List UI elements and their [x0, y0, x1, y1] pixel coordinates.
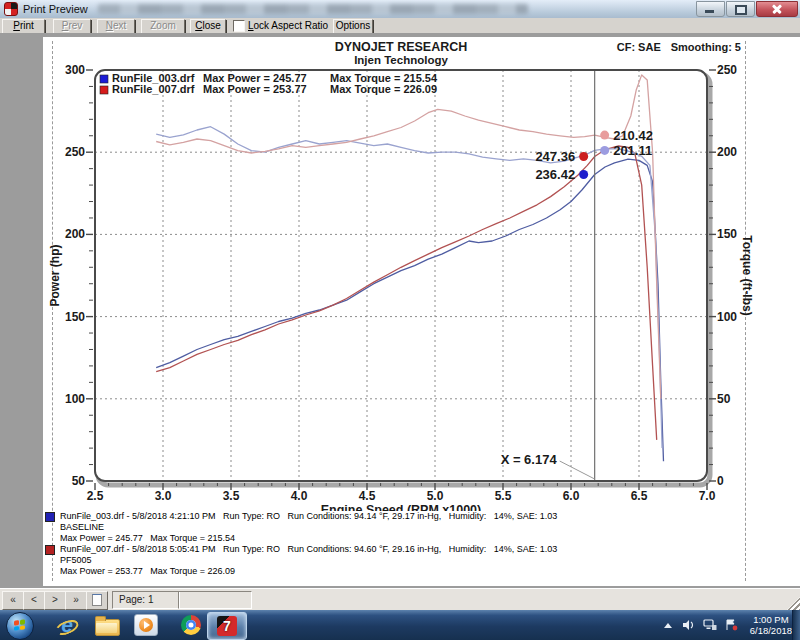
- run-003-note: BASELINE: [60, 522, 557, 533]
- tray-expand-icon[interactable]: [664, 623, 672, 628]
- taskbar: e 7 1:00 PM 6/18/2018: [0, 610, 800, 640]
- page-number-panel: Page: 1: [112, 591, 180, 609]
- options-button[interactable]: Options: [333, 19, 373, 34]
- taskbar-item-internet-explorer[interactable]: e: [52, 613, 82, 637]
- network-icon[interactable]: [703, 619, 717, 631]
- minimize-button[interactable]: [696, 1, 725, 17]
- zoom-out-button[interactable]: Zoom Out: [141, 19, 185, 34]
- resize-grip[interactable]: [786, 597, 800, 611]
- start-button[interactable]: [6, 612, 34, 640]
- taskbar-clock[interactable]: 1:00 PM 6/18/2018: [750, 614, 792, 636]
- lock-aspect-ratio-label: Lock Aspect Ratio: [248, 20, 328, 31]
- app-icon: [4, 2, 18, 16]
- prev-page-button[interactable]: <: [23, 591, 45, 610]
- media-player-icon: [134, 614, 158, 636]
- next-button[interactable]: Next: [97, 19, 135, 34]
- run-003-maxvalues: Max Power = 245.77 Max Torque = 215.54: [60, 533, 557, 544]
- clock-date: 6/18/2018: [750, 625, 792, 636]
- left-print-margin-guide: [52, 41, 53, 581]
- close-button[interactable]: Close: [190, 19, 226, 34]
- print-preview-toolbar: Print Prev Next Zoom Out Close Lock Aspe…: [0, 18, 800, 34]
- status-panel-empty: [178, 591, 252, 609]
- show-desktop-button[interactable]: [792, 610, 800, 640]
- run-007-note: PF5005: [60, 555, 557, 566]
- restore-button[interactable]: [726, 1, 755, 17]
- preview-page: [43, 37, 800, 586]
- preview-client-area: 2.53.03.54.04.55.05.56.06.57.05010015020…: [0, 33, 800, 588]
- export-page-button[interactable]: [86, 591, 108, 610]
- run-003-conditions: RunFile_003.drf - 5/8/2018 4:21:10 PM Ru…: [60, 511, 557, 522]
- next-page-button[interactable]: >: [44, 591, 66, 610]
- clock-time: 1:00 PM: [750, 614, 792, 625]
- system-tray: 1:00 PM 6/18/2018: [664, 610, 792, 640]
- status-bar: « < > » Page: 1: [0, 588, 800, 611]
- redacted-title-text: [98, 4, 528, 14]
- run-info-block-007: RunFile_007.drf - 5/8/2018 5:05:41 PM Ru…: [45, 544, 557, 577]
- close-window-button[interactable]: [756, 1, 798, 17]
- action-center-flag-icon[interactable]: [725, 619, 738, 631]
- export-page-icon: [92, 594, 102, 606]
- taskbar-item-chrome[interactable]: [176, 613, 206, 637]
- last-page-button[interactable]: »: [65, 591, 87, 610]
- lock-aspect-ratio-checkbox[interactable]: [233, 20, 245, 32]
- winpep-app-icon: 7: [217, 616, 237, 636]
- run-info-block-003: RunFile_003.drf - 5/8/2018 4:21:10 PM Ru…: [45, 511, 557, 544]
- run-007-conditions: RunFile_007.drf - 5/8/2018 5:05:41 PM Ru…: [60, 544, 557, 555]
- prev-button[interactable]: Prev: [53, 19, 91, 34]
- run-007-swatch-icon: [45, 545, 55, 555]
- windows-flag-icon: [14, 619, 25, 631]
- taskbar-item-file-explorer[interactable]: [92, 613, 122, 637]
- run-003-swatch-icon: [45, 512, 55, 522]
- print-button[interactable]: Print: [2, 19, 45, 34]
- window-title: Print Preview: [23, 3, 88, 15]
- volume-icon[interactable]: [682, 619, 695, 631]
- run-007-maxvalues: Max Power = 253.77 Max Torque = 226.09: [60, 566, 557, 577]
- first-page-button[interactable]: «: [2, 591, 24, 610]
- chrome-icon: [181, 615, 201, 635]
- taskbar-item-media-player[interactable]: [131, 613, 161, 637]
- right-print-margin-guide: [745, 41, 746, 581]
- taskbar-item-winpep-active[interactable]: 7: [207, 612, 247, 640]
- window-titlebar: Print Preview: [0, 0, 800, 19]
- folder-icon: [95, 619, 120, 636]
